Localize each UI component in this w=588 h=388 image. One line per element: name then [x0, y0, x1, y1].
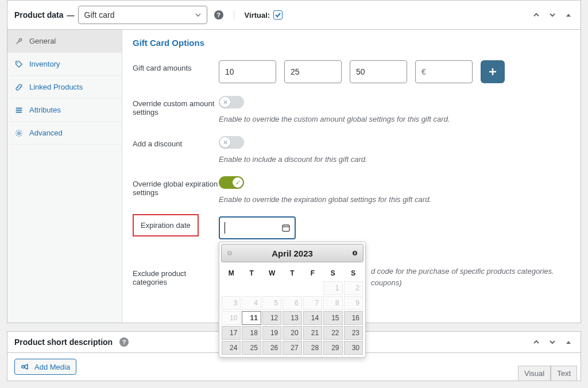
datepicker-day: 6	[283, 296, 301, 310]
add-discount-toggle[interactable]: ✕	[219, 136, 244, 149]
add-media-label: Add Media	[34, 363, 70, 371]
toggle-panel-icon[interactable]	[563, 337, 574, 347]
datepicker-day[interactable]: 19	[262, 326, 281, 340]
datepicker-dow: S	[343, 266, 363, 281]
datepicker-day[interactable]: 13	[283, 311, 301, 325]
expiration-date-label: Expiration date	[133, 214, 199, 236]
x-icon: ✕	[223, 99, 228, 106]
expand-down-icon[interactable]	[547, 10, 558, 20]
tab-label: General	[29, 37, 56, 45]
datepicker-day[interactable]: 16	[344, 311, 363, 325]
editor-tab-text[interactable]: Text	[551, 366, 577, 381]
product-type-select-wrap: Gift card	[78, 6, 207, 24]
collapse-up-icon[interactable]	[531, 10, 541, 20]
datepicker-dow: M	[221, 266, 241, 281]
amount-input-new[interactable]	[415, 60, 473, 83]
datepicker-day[interactable]: 22	[323, 326, 342, 340]
datepicker-next-button[interactable]	[349, 247, 361, 259]
amount-input-2[interactable]	[284, 60, 342, 83]
datepicker-day[interactable]: 26	[262, 341, 281, 355]
datepicker-day[interactable]: 15	[323, 311, 342, 325]
tab-label: Advanced	[29, 129, 63, 137]
datepicker-day[interactable]: 27	[283, 341, 301, 355]
datepicker-day: 5	[262, 296, 281, 310]
add-discount-desc: Enable to include a discount for this gi…	[219, 155, 570, 164]
datepicker-day[interactable]: 11	[242, 311, 261, 325]
datepicker-day[interactable]: 21	[303, 326, 322, 340]
amount-input-1[interactable]	[219, 60, 276, 83]
datepicker-popup: April 2023 MTWTFSS 123456789101112131415…	[219, 242, 366, 358]
row-expiration-date: Expiration date	[133, 216, 570, 239]
datepicker-day[interactable]: 28	[303, 341, 322, 355]
x-icon: ✕	[223, 139, 228, 146]
datepicker-day[interactable]: 24	[222, 341, 241, 355]
general-tab-content: Gift Card Options Gift card amounts Over…	[122, 30, 581, 323]
editor-tab-visual[interactable]: Visual	[518, 366, 551, 381]
expiration-date-field-wrap: April 2023 MTWTFSS 123456789101112131415…	[219, 216, 296, 239]
panel-header-controls	[531, 10, 574, 20]
add-amount-button[interactable]	[481, 60, 505, 83]
title-separator: —	[67, 11, 75, 20]
chevron-left-icon	[227, 250, 233, 256]
override-custom-label: Override custom amount settings	[133, 96, 219, 117]
datepicker-day: 1	[323, 281, 342, 295]
virtual-label: Virtual:	[245, 11, 270, 20]
svg-point-6	[227, 251, 232, 255]
product-data-panel: Product data — Gift card ? Virtual:	[7, 0, 581, 323]
text-cursor	[225, 222, 225, 234]
virtual-option: Virtual:	[234, 10, 283, 20]
calendar-icon[interactable]	[281, 223, 291, 232]
datepicker-day[interactable]: 29	[323, 341, 342, 355]
tab-advanced[interactable]: Advanced	[7, 122, 122, 145]
toggle-panel-icon[interactable]	[563, 10, 574, 20]
datepicker-day[interactable]: 20	[283, 326, 301, 340]
datepicker-day[interactable]: 17	[222, 326, 241, 340]
override-expiration-label: Override global expiration settings	[133, 176, 219, 197]
datepicker-day[interactable]: 30	[344, 341, 363, 355]
override-custom-toggle[interactable]: ✕	[219, 96, 244, 108]
tab-inventory[interactable]: Inventory	[7, 53, 122, 76]
datepicker-day[interactable]: 23	[344, 326, 363, 340]
tab-attributes[interactable]: Attributes	[7, 99, 122, 122]
tab-label: Inventory	[29, 60, 60, 68]
help-icon[interactable]: ?	[214, 10, 223, 20]
add-discount-label: Add a discount	[133, 136, 219, 148]
product-type-select[interactable]: Gift card	[78, 6, 207, 24]
product-data-body: General Inventory Linked Products Attrib…	[7, 30, 581, 323]
datepicker-header: April 2023	[221, 244, 363, 262]
svg-point-7	[353, 251, 357, 255]
row-add-discount: Add a discount ✕ Enable to include a dis…	[133, 136, 570, 164]
svg-point-8	[22, 366, 24, 368]
expand-down-icon[interactable]	[547, 337, 558, 347]
svg-point-4	[18, 131, 20, 134]
tag-icon	[14, 60, 24, 68]
datepicker-dow: F	[303, 266, 323, 281]
datepicker-day[interactable]: 14	[303, 311, 322, 325]
datepicker-day: 10	[222, 311, 241, 325]
datepicker-dow: W	[262, 266, 282, 281]
datepicker-day: 9	[344, 296, 363, 310]
virtual-checkbox[interactable]	[273, 10, 283, 20]
product-data-tabs: General Inventory Linked Products Attrib…	[7, 30, 122, 323]
override-expiration-toggle[interactable]: ✓	[219, 176, 244, 189]
add-media-button[interactable]: Add Media	[14, 359, 76, 375]
datepicker-day: 3	[222, 296, 241, 310]
datepicker-day[interactable]: 25	[242, 341, 261, 355]
help-icon[interactable]: ?	[119, 337, 129, 347]
short-description-title: Product short description	[14, 337, 113, 347]
tab-linked-products[interactable]: Linked Products	[7, 76, 122, 99]
tab-general[interactable]: General	[7, 30, 122, 53]
datepicker-dow: T	[241, 266, 261, 281]
row-override-expiration: Override global expiration settings ✓ En…	[133, 176, 570, 204]
row-gift-card-amounts: Gift card amounts	[133, 60, 570, 83]
datepicker-day[interactable]: 12	[262, 311, 281, 325]
datepicker-day: 2	[344, 281, 363, 295]
override-custom-desc: Enable to override the custom amount glo…	[219, 115, 570, 123]
datepicker-prev-button[interactable]	[224, 247, 235, 259]
wrench-icon	[14, 37, 24, 45]
collapse-up-icon[interactable]	[531, 337, 541, 347]
datepicker-day[interactable]: 18	[242, 326, 261, 340]
gear-icon	[14, 129, 24, 137]
exclude-categories-label: Exclude product categories	[133, 266, 219, 286]
amount-input-3[interactable]	[350, 60, 407, 83]
